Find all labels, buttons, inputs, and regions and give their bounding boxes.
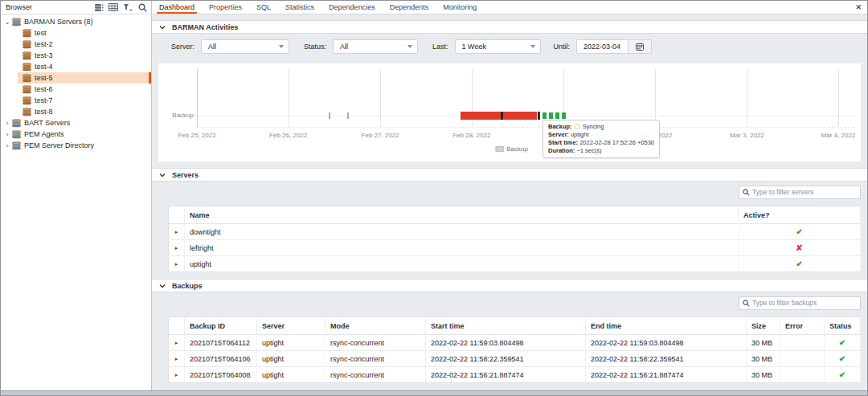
cell-size: 30 MB <box>747 351 780 367</box>
row-expander-icon[interactable]: ▸ <box>169 351 185 367</box>
axis-label: Feb 26, 2022 <box>269 132 307 139</box>
chart-baseline <box>195 127 854 128</box>
layers-icon[interactable] <box>92 2 105 13</box>
row-expander-icon[interactable]: ▸ <box>169 224 185 240</box>
last-filter-select[interactable]: 1 Week <box>455 39 541 54</box>
chart-event-tick[interactable] <box>329 112 330 119</box>
server-row-leftright[interactable]: ▸leftright✘ <box>169 240 861 256</box>
cell-error <box>780 335 825 351</box>
server-row-uptight[interactable]: ▸uptight✔ <box>169 256 861 272</box>
chart-event-mark[interactable] <box>538 112 540 120</box>
server-name-cell: uptight <box>185 256 739 272</box>
tooltip-server-value: uptight <box>571 131 589 138</box>
row-expander-icon[interactable]: ▸ <box>169 367 185 383</box>
status-filter-select[interactable]: All <box>333 39 418 54</box>
tab-statistics[interactable]: Statistics <box>278 1 321 14</box>
window: Browser ⌄BARMAN Servers (8)testtest-2tes… <box>0 0 868 396</box>
backup-row-20210715t064008[interactable]: ▸20210715T064008uptightrsync-concurrent2… <box>169 367 861 383</box>
object-tree: ⌄BARMAN Servers (8)testtest-2test-3test-… <box>1 14 151 390</box>
server-row-downtight[interactable]: ▸downtight✔ <box>169 224 861 240</box>
calendar-icon <box>636 43 644 51</box>
server-icon <box>22 85 32 94</box>
server-icon <box>22 51 32 60</box>
tree-item-test-7[interactable]: test-7 <box>1 95 151 106</box>
tree-item-test-3[interactable]: test-3 <box>1 50 151 61</box>
tab-dashboard[interactable]: Dashboard <box>152 1 202 14</box>
tab-dependencies[interactable]: Dependencies <box>321 1 383 14</box>
cell-size: 30 MB <box>747 335 780 351</box>
tooltip-backup-label: Backup: <box>548 123 572 130</box>
server-group-icon <box>11 130 22 139</box>
tree-item-test-5[interactable]: test-5 <box>1 72 151 84</box>
tree-item-label: test <box>35 29 47 37</box>
chart-event-range[interactable] <box>461 112 537 120</box>
cell-mode: rsync-concurrent <box>326 351 426 367</box>
activities-panel-header[interactable]: BARMAN Activities <box>152 20 867 34</box>
tab-dependents[interactable]: Dependents <box>383 1 436 14</box>
tabbar: DashboardPropertiesSQLStatisticsDependen… <box>152 1 867 14</box>
servers-panel-header[interactable]: Servers <box>152 168 867 182</box>
tab-monitoring[interactable]: Monitoring <box>436 1 484 14</box>
backup-row-20210715t064106[interactable]: ▸20210715T064106uptightrsync-concurrent2… <box>169 351 861 367</box>
grid-icon[interactable] <box>107 2 120 13</box>
backups-filter-input[interactable] <box>752 299 857 307</box>
tree-item-bart-servers[interactable]: ›BART Servers <box>1 117 151 129</box>
tree-item-pem-agents[interactable]: ›PEM Agents <box>1 129 151 140</box>
backups-panel-header[interactable]: Backups <box>152 279 867 292</box>
tree-item-label: test-4 <box>35 63 53 71</box>
tree-item-label: test-3 <box>35 51 53 59</box>
expander-header <box>169 317 185 335</box>
tab-properties[interactable]: Properties <box>202 1 249 14</box>
chart-legend: Backup <box>495 145 528 153</box>
chevron-down-icon <box>159 173 166 178</box>
backup-row-20210715t064112[interactable]: ▸20210715T064112uptightrsync-concurrent2… <box>169 335 861 351</box>
tree-item-test-2[interactable]: test-2 <box>1 39 151 50</box>
row-expander-icon[interactable]: ▸ <box>169 335 185 351</box>
server-filter-value: All <box>208 43 216 51</box>
row-expander-icon[interactable]: ▸ <box>169 240 185 256</box>
servers-filter-input[interactable] <box>752 188 857 196</box>
browser-sidebar: Browser ⌄BARMAN Servers (8)testtest-2tes… <box>1 1 152 390</box>
gridline <box>838 69 839 127</box>
dashboard-content: BARMAN Activities Server: All Status: Al… <box>152 14 867 390</box>
chart-tooltip: Backup: Syncing Server: uptight Start ti… <box>542 120 660 158</box>
expander-header <box>169 206 185 224</box>
cell-mode: rsync-concurrent <box>326 367 426 383</box>
server-filter-select[interactable]: All <box>201 39 289 54</box>
tree-item-test-8[interactable]: test-8 <box>1 106 151 117</box>
tab-sql[interactable]: SQL <box>249 1 278 14</box>
tree-item-test-4[interactable]: test-4 <box>1 61 151 72</box>
chart-event-dashed-range[interactable] <box>542 112 567 119</box>
main-panel: DashboardPropertiesSQLStatisticsDependen… <box>152 1 867 390</box>
last-filter-label: Last: <box>432 43 448 51</box>
cell-start-time: 2022-02-22 11:58:22.359541 <box>426 351 586 367</box>
column-header-status: Status <box>825 317 861 335</box>
legend-label: Backup <box>506 145 528 153</box>
chevron-down-icon <box>159 284 166 288</box>
chevron-right-icon[interactable]: › <box>3 120 11 127</box>
backups-filter-row <box>152 292 867 313</box>
chart-event-mark[interactable] <box>501 112 503 120</box>
tree-item-barman-servers-8[interactable]: ⌄BARMAN Servers (8) <box>1 16 151 27</box>
status-check-icon: ✔ <box>825 351 861 367</box>
close-icon[interactable]: ✕ <box>850 1 867 14</box>
status-check-icon: ✔ <box>825 367 861 383</box>
filter-icon[interactable] <box>121 2 134 13</box>
chevron-right-icon[interactable]: › <box>3 142 11 149</box>
tree-item-test-6[interactable]: test-6 <box>1 84 151 95</box>
browser-title: Browser <box>6 3 32 11</box>
search-icon <box>743 300 750 307</box>
until-date-input[interactable] <box>576 39 628 54</box>
tabs: DashboardPropertiesSQLStatisticsDependen… <box>152 1 484 14</box>
chart-event-tick[interactable] <box>347 112 349 119</box>
search-icon[interactable] <box>136 2 149 13</box>
tree-item-pem-server-directory[interactable]: ›PEM Server Directory <box>1 140 151 151</box>
tree-item-test[interactable]: test <box>1 27 151 39</box>
chevron-down-icon[interactable]: ⌄ <box>3 18 11 26</box>
chevron-right-icon[interactable]: › <box>3 131 11 138</box>
column-header-size: Size <box>747 317 780 335</box>
row-expander-icon[interactable]: ▸ <box>169 256 185 272</box>
tree-item-label: BARMAN Servers (8) <box>24 18 93 26</box>
calendar-button[interactable] <box>628 39 652 54</box>
server-group-icon <box>11 141 22 150</box>
